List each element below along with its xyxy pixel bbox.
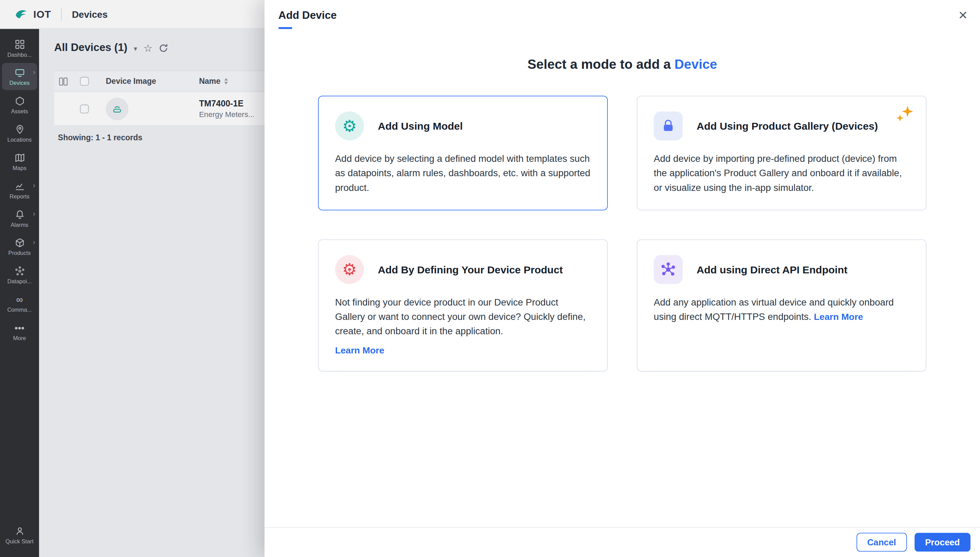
card-description: Add device by selecting a defined model … [335, 152, 591, 195]
modal-body: Select a mode to add a Device ⚙ Add Usin… [264, 29, 980, 527]
mode-cards-grid: ⚙ Add Using Model Add device by selectin… [318, 96, 926, 371]
modal-footer: Cancel Proceed [264, 527, 980, 557]
add-device-modal: Add Device × Select a mode to add a Devi… [264, 0, 980, 557]
define-product-gear-plus-icon: ⚙ + [335, 255, 364, 284]
screen: IOT Devices Dashbo... › Devices Assets [0, 0, 980, 557]
cancel-button[interactable]: Cancel [856, 533, 907, 552]
mode-heading: Select a mode to add a Device [264, 57, 980, 72]
card-add-by-defining-product[interactable]: ⚙ + Add By Defining Your Device Product … [318, 239, 608, 371]
card-add-using-model[interactable]: ⚙ Add Using Model Add device by selectin… [318, 96, 608, 211]
card-add-using-product-gallery[interactable]: Add Using Product Gallery (Devices) Add … [637, 96, 926, 211]
proceed-button[interactable]: Proceed [914, 533, 970, 552]
modal-title-underline [278, 27, 292, 29]
card-description: Not finding your device product in our D… [335, 296, 591, 339]
model-gear-icon: ⚙ [335, 112, 364, 141]
modal-title: Add Device [278, 10, 966, 22]
sparkle-icon [895, 105, 914, 125]
mode-heading-prefix: Select a mode to add a [527, 57, 674, 71]
learn-more-link[interactable]: Learn More [335, 345, 384, 355]
modal-header: Add Device × [264, 0, 980, 29]
mode-heading-highlight: Device [674, 57, 717, 71]
card-title: Add By Defining Your Device Product [378, 264, 563, 276]
card-title: Add using Direct API Endpoint [697, 264, 848, 276]
close-icon[interactable]: × [959, 8, 967, 23]
card-title: Add Using Model [378, 120, 462, 132]
learn-more-link[interactable]: Learn More [814, 312, 863, 322]
card-description: Add device by importing pre-defined prod… [654, 152, 910, 195]
card-title: Add Using Product Gallery (Devices) [697, 120, 878, 132]
card-add-direct-api-endpoint[interactable]: Add using Direct API Endpoint Add any ap… [637, 239, 926, 371]
card-description: Add any application as virtual device an… [654, 296, 910, 324]
product-gallery-bag-icon [654, 112, 683, 141]
api-endpoint-network-icon [654, 255, 683, 284]
